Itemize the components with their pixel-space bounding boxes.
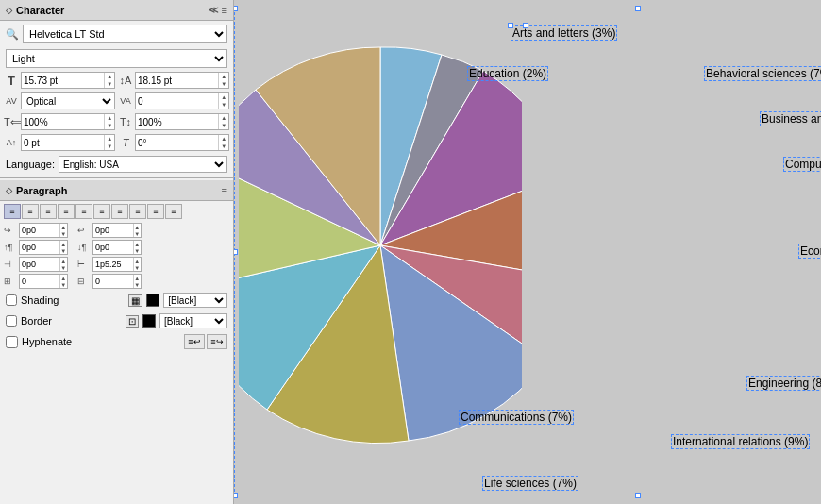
canvas-area: Arts and letters (3%) Education (2%) Beh… [234,0,821,504]
align-justify-btn[interactable]: ≡ [58,204,75,219]
label-computer[interactable]: Computer sciences (6%) [783,157,821,172]
label-behavioral[interactable]: Behavioral sciences (7%) [704,66,821,81]
handle-tc[interactable] [635,6,641,11]
shading-swatch-icon[interactable]: ▦ [128,294,142,307]
shading-checkbox[interactable] [6,294,17,306]
kerning-val-down[interactable]: ▼ [219,101,228,109]
grid2-down[interactable]: ▼ [134,281,141,288]
first-line-down[interactable]: ▼ [60,264,67,271]
space-before-input[interactable] [20,243,59,252]
align-justify-all-btn[interactable]: ≡ [129,204,146,219]
baseline-input[interactable] [22,135,104,150]
label-business[interactable]: Business and law (5%) [760,111,821,126]
kerning-row: AV Optical VA ▲ ▼ [4,92,229,109]
space-before-down[interactable]: ▼ [60,247,67,254]
handle-bc[interactable] [635,493,641,498]
label-engineering[interactable]: Engineering (8%) [746,376,821,391]
baseline-down[interactable]: ▼ [105,143,114,150]
indent-left-input[interactable] [20,226,59,235]
scale-v-down[interactable]: ▼ [219,122,228,129]
scale-v-up[interactable]: ▲ [219,114,228,122]
space-before-up[interactable]: ▲ [60,241,67,247]
shading-color-select[interactable]: [Black] [163,293,227,308]
hyphenate-label: Hyphenate [22,336,72,347]
indent-right-input[interactable] [93,226,133,235]
first-line-up[interactable]: ▲ [60,258,67,264]
grid-down[interactable]: ▼ [60,281,67,288]
space-after-up[interactable]: ▲ [134,241,141,247]
handle-ml[interactable] [234,249,238,255]
grid-up[interactable]: ▲ [60,275,67,281]
label-intl-relations[interactable]: International relations (9%) [671,434,810,449]
font-select[interactable]: Helvetica LT Std [23,25,227,43]
align-justify-last-right-btn[interactable]: ≡ [111,204,128,219]
font-size-up[interactable]: ▲ [105,73,114,80]
shading-label: Shading [21,294,59,306]
scale-v-input[interactable] [136,114,218,129]
font-size-icon: T [4,74,19,88]
indent-left-icon: ↪ [4,226,17,235]
shading-color-box [146,294,159,307]
skew-input[interactable] [136,135,218,150]
border-color-select[interactable]: [Black] [159,313,227,328]
grid2-up[interactable]: ▲ [134,275,141,281]
panel-collapse-icon[interactable]: ≪ [209,5,218,15]
para-extra-btn-2[interactable]: ≡↪ [207,334,227,349]
last-line-up[interactable]: ▲ [134,258,141,264]
align-towards-spine-btn[interactable]: ≡ [147,204,164,219]
indent-right-down[interactable]: ▼ [134,230,141,237]
grid-input[interactable] [20,277,59,286]
para-extra-btn-1[interactable]: ≡↩ [184,334,205,349]
leading-down[interactable]: ▼ [219,80,228,88]
indent-left-up[interactable]: ▲ [60,224,67,230]
align-right-btn[interactable]: ≡ [40,204,57,219]
scale-h-up[interactable]: ▲ [105,114,114,122]
align-left-btn[interactable]: ≡ [4,204,21,219]
kerning-val-icon: VA [118,96,133,106]
space-before-icon: ↑¶ [4,243,17,252]
space-after-input[interactable] [93,243,133,252]
align-away-spine-btn[interactable]: ≡ [165,204,182,219]
label-life-sciences[interactable]: Life sciences (7%) [482,476,578,491]
space-after-down[interactable]: ▼ [134,247,141,254]
scale-h-input[interactable] [22,114,104,129]
align-center-btn[interactable]: ≡ [22,204,39,219]
font-size-down[interactable]: ▼ [105,80,114,88]
leading-icon: ↕A [118,75,133,86]
border-checkbox[interactable] [6,315,17,327]
last-line-down[interactable]: ▼ [134,264,141,271]
leading-up[interactable]: ▲ [219,73,228,80]
paragraph-panel-title: Paragraph [16,185,67,196]
scale-h-down[interactable]: ▼ [105,122,114,129]
leading-input[interactable] [136,73,218,88]
align-justify-last-left-btn[interactable]: ≡ [75,204,92,219]
grid2-input[interactable] [93,277,133,286]
skew-down[interactable]: ▼ [219,143,228,150]
indent-left-down[interactable]: ▼ [60,230,67,237]
kerning-val-up[interactable]: ▲ [219,93,228,101]
align-justify-last-center-btn[interactable]: ≡ [93,204,110,219]
kerning-type-select[interactable]: Optical [21,92,115,109]
first-line-field: ▲ ▼ [19,257,68,272]
panel-menu-icon[interactable]: ≡ [222,5,227,16]
handle-bl[interactable] [234,493,238,498]
baseline-up[interactable]: ▲ [105,135,114,143]
language-select[interactable]: English: USA [59,156,227,173]
skew-up[interactable]: ▲ [219,135,228,143]
para-menu-icon[interactable]: ≡ [222,185,227,196]
label-economics[interactable]: Economics (13%) [798,244,821,259]
kerning-val-input[interactable] [136,93,218,109]
indent-right-up[interactable]: ▲ [134,224,141,230]
first-line-input[interactable] [20,260,59,269]
handle-tl[interactable] [234,6,238,11]
border-swatch-icon[interactable]: ⊡ [126,315,139,328]
last-line-input[interactable] [93,260,133,269]
font-size-input[interactable] [22,73,104,88]
label-arts[interactable]: Arts and letters (3%) [511,25,617,41]
style-select[interactable]: Light [6,49,227,68]
hyphenate-checkbox[interactable] [6,336,18,348]
indent-left-field: ▲ ▼ [19,223,68,238]
label-education[interactable]: Education (2%) [467,66,548,81]
paragraph-panel-header: ◇ Paragraph ≡ [0,180,233,201]
label-communications[interactable]: Communications (7%) [459,410,574,425]
